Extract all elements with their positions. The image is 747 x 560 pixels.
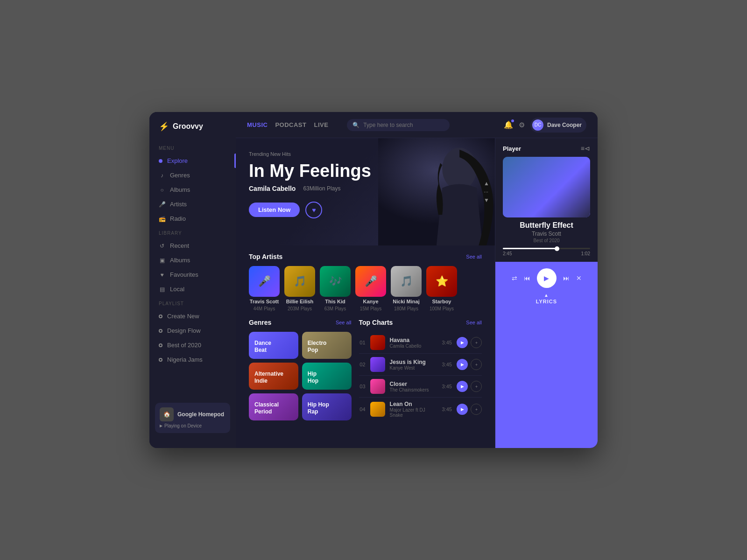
sidebar-item-albums-lib[interactable]: ▣ Albums bbox=[149, 253, 236, 267]
svg-point-3 bbox=[534, 164, 560, 192]
artist-card-billie[interactable]: 🎵 Billie Eilish 203M Plays bbox=[284, 266, 315, 311]
queue-icon[interactable]: ≡⊲ bbox=[581, 145, 590, 152]
charts-header: Top Charts See all bbox=[359, 319, 482, 326]
app-window: ⚡ Groovvy MENU Explore ♪ Genres ○ Albums… bbox=[149, 112, 598, 448]
create-dot bbox=[159, 315, 162, 318]
progress-section: 2:45 1:02 bbox=[495, 243, 598, 258]
nav-arrow-up[interactable]: ▲ bbox=[484, 180, 489, 187]
favourite-button[interactable]: ♥ bbox=[305, 202, 322, 218]
svg-rect-2 bbox=[505, 157, 589, 217]
chart-actions-2: ▶ ＋ bbox=[457, 359, 482, 370]
genres-panel: Genres See all DanceBeat ElectroPop A bbox=[249, 319, 352, 421]
artist-plays-kanye: 15M Plays bbox=[360, 306, 382, 311]
artist-img-thiskid: 🎶 bbox=[320, 266, 351, 297]
listen-now-button[interactable]: Listen Now bbox=[249, 203, 300, 217]
genre-classical[interactable]: ClassicalPeriod bbox=[249, 393, 298, 420]
chart-play-4[interactable]: ▶ bbox=[457, 404, 468, 415]
sidebar-item-albums[interactable]: ○ Albums bbox=[149, 182, 236, 197]
settings-button[interactable]: ⚙ bbox=[519, 121, 525, 129]
sidebar-label-favourites: Favourites bbox=[170, 271, 198, 278]
artist-card-starboy[interactable]: ⭐ Starboy 100M Plays bbox=[426, 266, 457, 311]
sidebar-item-favourites[interactable]: ♥ Favourites bbox=[149, 267, 236, 282]
sidebar-label-genres: Genres bbox=[170, 172, 190, 179]
genre-dance-beat[interactable]: DanceBeat bbox=[249, 332, 298, 359]
device-info: 🏠 Google Homepod bbox=[160, 407, 226, 421]
sidebar-item-designflow[interactable]: Design Flow bbox=[149, 323, 236, 338]
app-logo[interactable]: ⚡ Groovvy bbox=[149, 121, 236, 141]
chart-play-3[interactable]: ▶ bbox=[457, 381, 468, 392]
artist-img-kanye: 🎤 bbox=[355, 266, 386, 297]
playlist-section-label: PLAYLIST bbox=[149, 296, 236, 309]
sidebar-item-nigeria[interactable]: Nigeria Jams bbox=[149, 352, 236, 367]
sidebar: ⚡ Groovvy MENU Explore ♪ Genres ○ Albums… bbox=[149, 112, 236, 448]
sidebar-label-recent: Recent bbox=[170, 242, 189, 249]
sidebar-item-radio[interactable]: 📻 Radio bbox=[149, 211, 236, 226]
billie-avatar: 🎵 bbox=[284, 266, 315, 297]
artist-card-travis[interactable]: 🎤 Travis Scott 44M Plays bbox=[249, 266, 280, 311]
charts-see-all[interactable]: See all bbox=[466, 320, 482, 325]
artist-img-billie: 🎵 bbox=[284, 266, 315, 297]
genres-see-all[interactable]: See all bbox=[336, 320, 352, 325]
chart-thumb-leanon bbox=[370, 402, 385, 417]
progress-bar[interactable] bbox=[503, 248, 590, 249]
chart-add-4[interactable]: ＋ bbox=[471, 404, 482, 415]
artist-card-kanye[interactable]: 🎤 Kanye 15M Plays bbox=[355, 266, 386, 311]
close-button[interactable]: ✕ bbox=[576, 274, 582, 282]
main-area: MUSIC PODCAST LIVE 🔍 🔔 ⚙ DC Dave Cooper bbox=[236, 112, 598, 448]
chart-play-1[interactable]: ▶ bbox=[457, 337, 468, 348]
sidebar-label-albums: Albums bbox=[170, 186, 190, 193]
nigeria-dot bbox=[159, 358, 162, 362]
local-icon: ▤ bbox=[159, 286, 165, 293]
sidebar-item-local[interactable]: ▤ Local bbox=[149, 282, 236, 296]
hero-content: Trending New Hits In My Feelings Camila … bbox=[249, 151, 482, 218]
artist-card-thiskid[interactable]: 🎶 This Kid 63M Plays bbox=[320, 266, 351, 311]
chart-info-leanon: Lean On Major Lazer ft DJ Snake bbox=[390, 401, 437, 418]
controls-panel: ⇄ ⏮ ▶ ⏭ ✕ ▲ LYRICS bbox=[495, 262, 598, 448]
next-button[interactable]: ⏭ bbox=[563, 274, 570, 282]
albums-icon: ○ bbox=[159, 187, 165, 193]
play-pause-button[interactable]: ▶ bbox=[537, 268, 557, 288]
nav-arrow-down[interactable]: ▼ bbox=[484, 197, 489, 203]
chart-actions-4: ▶ ＋ bbox=[457, 404, 482, 415]
top-artists-see-all[interactable]: See all bbox=[466, 254, 482, 259]
genre-alt-indie[interactable]: AlternativeIndie bbox=[249, 363, 298, 390]
thiskid-avatar: 🎶 bbox=[320, 266, 351, 297]
lyrics-button[interactable]: ▲ LYRICS bbox=[536, 293, 557, 304]
chart-add-2[interactable]: ＋ bbox=[471, 359, 482, 370]
current-time: 2:45 bbox=[503, 251, 512, 256]
sidebar-item-recent[interactable]: ↺ Recent bbox=[149, 238, 236, 253]
tab-live[interactable]: LIVE bbox=[314, 119, 328, 130]
sidebar-label-albums-lib: Albums bbox=[170, 257, 190, 264]
sidebar-item-explore[interactable]: Explore bbox=[149, 154, 236, 168]
prev-button[interactable]: ⏮ bbox=[524, 274, 530, 282]
sidebar-item-best2020[interactable]: Best of 2020 bbox=[149, 338, 236, 352]
chart-play-2[interactable]: ▶ bbox=[457, 359, 468, 370]
notification-button[interactable]: 🔔 bbox=[504, 120, 513, 129]
chart-add-1[interactable]: ＋ bbox=[471, 337, 482, 348]
charts-title: Top Charts bbox=[359, 319, 393, 326]
player-panel: Player ≡⊲ bbox=[495, 138, 598, 448]
device-thumb: 🏠 bbox=[160, 407, 174, 421]
bottom-row: Genres See all DanceBeat ElectroPop A bbox=[236, 311, 495, 428]
shuffle-button[interactable]: ⇄ bbox=[512, 274, 517, 282]
sidebar-item-genres[interactable]: ♪ Genres bbox=[149, 168, 236, 182]
nicki-avatar: 🎵 bbox=[391, 266, 422, 297]
genre-hiphop-label: HipHop bbox=[308, 371, 318, 384]
sidebar-item-artists[interactable]: 🎤 Artists bbox=[149, 197, 236, 211]
chart-add-3[interactable]: ＋ bbox=[471, 381, 482, 392]
sidebar-item-create[interactable]: Create New bbox=[149, 309, 236, 323]
search-input[interactable] bbox=[363, 122, 444, 128]
genre-hiphop-rap[interactable]: Hip HopRap bbox=[302, 393, 352, 420]
genre-hip-hop[interactable]: HipHop bbox=[302, 363, 352, 390]
artists-row: 🎤 Travis Scott 44M Plays 🎵 Billie Eilish… bbox=[249, 266, 482, 311]
tab-music[interactable]: MUSIC bbox=[247, 119, 268, 130]
chart-artist-jesus: Kanye West bbox=[390, 365, 437, 371]
topbar-right: 🔔 ⚙ DC Dave Cooper bbox=[504, 118, 586, 133]
artist-name-billie: Billie Eilish bbox=[286, 299, 314, 304]
user-button[interactable]: DC Dave Cooper bbox=[530, 118, 586, 133]
artist-card-nicki[interactable]: 🎵 Nicki Minaj 180M Plays bbox=[391, 266, 422, 311]
genre-electro-pop[interactable]: ElectroPop bbox=[302, 332, 352, 359]
chart-item-1: 01 Havana Camila Cabello 3:45 ▶ ＋ bbox=[359, 332, 482, 354]
tab-podcast[interactable]: PODCAST bbox=[275, 119, 306, 130]
chart-title-closer: Closer bbox=[390, 381, 437, 387]
